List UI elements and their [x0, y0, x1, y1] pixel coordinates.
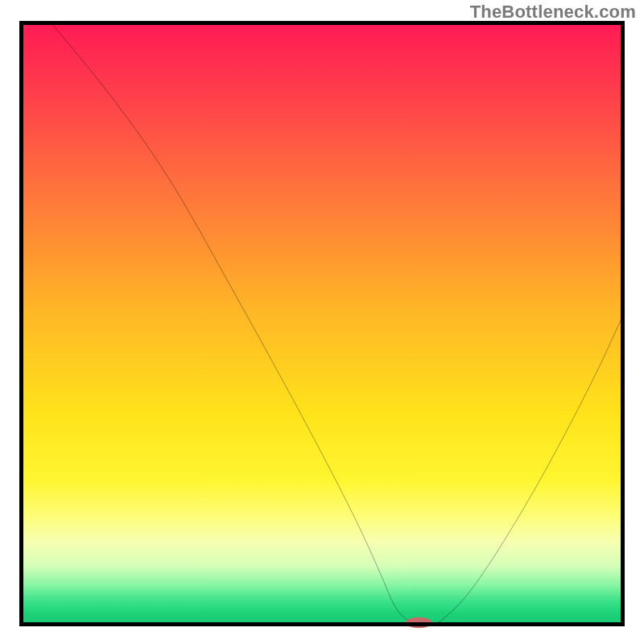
watermark-text: TheBottleneck.com [470, 2, 636, 23]
plot-background-gradient [19, 21, 625, 626]
chart-container: { "watermark": "TheBottleneck.com", "cha… [0, 0, 644, 644]
